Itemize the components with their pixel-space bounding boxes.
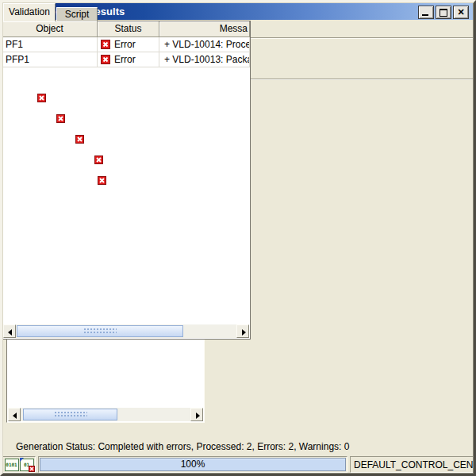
progress-value: 100%: [181, 459, 205, 470]
validation-table: Object Status Messa PF1 Error + VLD-1001…: [2, 21, 251, 340]
message-cell[interactable]: + VLD-10013: Packa: [159, 52, 250, 67]
error-status-icon: [101, 40, 110, 49]
triangle-left-icon: [13, 413, 17, 419]
column-header-message[interactable]: Messa: [159, 21, 250, 37]
message-cell[interactable]: + VLD-10014: Proces: [159, 37, 250, 52]
minimize-button[interactable]: [418, 6, 434, 19]
object-cell[interactable]: PF1: [2, 37, 98, 52]
generated-script-icon: 0101: [5, 459, 19, 471]
error-badge-icon: [98, 176, 106, 185]
triangle-left-icon: [8, 329, 12, 336]
scrollbar-thumb[interactable]: [17, 325, 183, 337]
tree-horizontal-scrollbar[interactable]: [8, 408, 203, 421]
table-row[interactable]: PF1 Error + VLD-10014: Proces: [2, 37, 250, 52]
scroll-left-button[interactable]: [8, 408, 21, 421]
generation-results-window: Generation Results ✕ File View Help View…: [0, 0, 476, 476]
scroll-right-button[interactable]: [190, 408, 203, 421]
status-cell[interactable]: Error: [98, 37, 159, 52]
maximize-button[interactable]: [436, 6, 451, 19]
control-center-cell: DEFAULT_CONTROL_CENTER: [350, 456, 474, 473]
control-center-name: DEFAULT_CONTROL_CENTER: [354, 459, 474, 470]
error-badge-icon: [29, 466, 35, 472]
table-horizontal-scrollbar[interactable]: [3, 324, 249, 338]
error-badge-icon: [75, 135, 84, 144]
tab-validation[interactable]: Validation: [3, 3, 56, 21]
generation-error-icon: 01: [20, 459, 34, 471]
table-header-row: Object Status Messa: [2, 21, 250, 37]
error-badge-icon: [37, 94, 46, 102]
arrow-icon: [20, 458, 24, 462]
generation-status-text: Generation Status: Completed with errors…: [16, 441, 349, 453]
status-bar: 0101 01 100% DEFAULT_CONTROL_CENTER: [2, 456, 474, 473]
status-label: Error: [114, 54, 136, 65]
error-badge-icon: [56, 114, 65, 123]
scroll-right-button[interactable]: [236, 324, 249, 338]
triangle-right-icon: [196, 413, 200, 419]
error-status-icon: [101, 55, 110, 64]
scrollbar-thumb[interactable]: [23, 409, 117, 420]
column-header-object[interactable]: Object: [2, 21, 98, 37]
status-icons-cell: 0101 01: [2, 456, 36, 473]
object-cell[interactable]: PFP1: [2, 52, 98, 67]
status-label: Error: [114, 39, 136, 50]
status-cell[interactable]: Error: [98, 52, 159, 67]
close-button[interactable]: ✕: [453, 6, 469, 19]
table-row[interactable]: PFP1 Error + VLD-10013: Packa: [2, 52, 250, 67]
triangle-right-icon: [242, 329, 246, 336]
error-badge-icon: [94, 155, 103, 164]
column-header-status[interactable]: Status: [98, 21, 159, 37]
tab-script[interactable]: Script: [56, 7, 98, 21]
progress-cell: 100%: [38, 456, 347, 473]
progress-bar: 100%: [40, 458, 346, 471]
results-panel: Validation Script Object Status Messa PF…: [0, 0, 252, 341]
scroll-left-button[interactable]: [3, 324, 16, 338]
